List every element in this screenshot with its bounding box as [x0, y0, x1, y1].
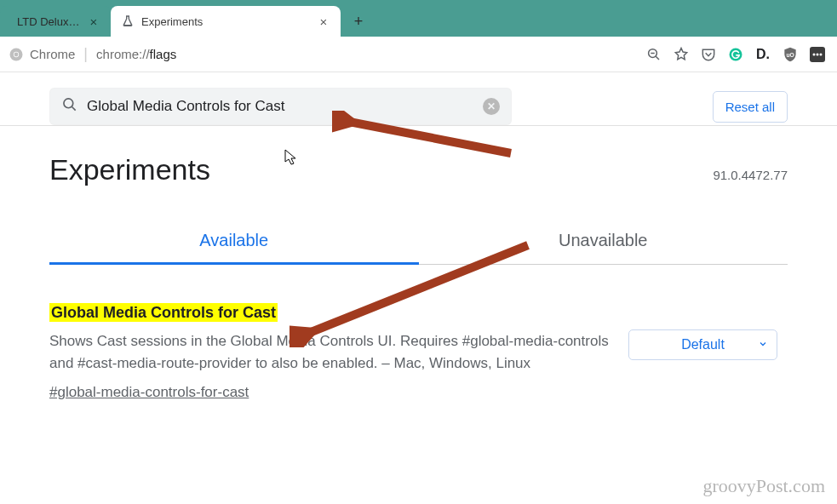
svg-point-9	[813, 53, 816, 55]
flag-description: Shows Cast sessions in the Global Media …	[49, 330, 611, 375]
svg-text:uO: uO	[786, 51, 794, 57]
main-content: Experiments 91.0.4472.77 Available Unava…	[0, 126, 837, 401]
search-icon	[61, 96, 78, 117]
svg-line-4	[656, 56, 659, 60]
flag-search-box[interactable]: ✕	[49, 88, 512, 125]
grammarly-icon[interactable]	[725, 43, 747, 66]
url-scheme: chrome://	[96, 47, 150, 61]
browser-tab-strip: LTD Deluxe EC × Experiments × +	[0, 0, 837, 37]
flag-state-value: Default	[681, 337, 725, 352]
flask-icon	[121, 14, 135, 28]
flag-entry: Global Media Controls for Cast Shows Cas…	[49, 304, 788, 401]
flag-title: Global Media Controls for Cast	[49, 303, 278, 322]
page-title: Experiments	[49, 153, 210, 186]
zoom-out-icon[interactable]	[643, 43, 665, 66]
svg-line-13	[72, 107, 76, 111]
address-bar: Chrome | chrome://flags D. uO	[0, 37, 837, 72]
search-panel: ✕ Reset all	[0, 72, 837, 126]
pocket-icon[interactable]	[697, 43, 719, 66]
browser-tab-active[interactable]: Experiments ×	[111, 6, 341, 37]
bookmark-star-icon[interactable]	[670, 43, 692, 66]
svg-point-11	[820, 53, 823, 55]
close-icon[interactable]: ×	[317, 14, 330, 28]
svg-point-2	[14, 52, 19, 56]
omnibox[interactable]: chrome://flags	[96, 47, 176, 62]
watermark: groovyPost.com	[702, 475, 825, 497]
browser-tab-inactive[interactable]: LTD Deluxe EC ×	[0, 6, 111, 37]
extension-menu-icon[interactable]	[806, 43, 828, 66]
chrome-label: Chrome	[30, 47, 75, 61]
ublock-icon[interactable]: uO	[779, 43, 801, 66]
flag-anchor-link[interactable]: #global-media-controls-for-cast	[49, 384, 611, 401]
url-path: flags	[150, 47, 177, 61]
tab-available[interactable]: Available	[49, 219, 419, 265]
close-icon[interactable]: ×	[87, 14, 100, 28]
new-tab-button[interactable]: +	[346, 9, 371, 34]
reset-all-button[interactable]: Reset all	[713, 91, 788, 123]
chevron-down-icon	[758, 337, 768, 352]
extension-d-icon[interactable]: D.	[752, 43, 774, 66]
flag-search-input[interactable]	[87, 98, 483, 115]
flag-state-select[interactable]: Default	[628, 329, 777, 360]
clear-search-icon[interactable]: ✕	[483, 98, 500, 115]
chrome-icon	[9, 47, 24, 62]
tab-title: LTD Deluxe EC	[17, 15, 80, 28]
svg-point-6	[730, 48, 742, 60]
svg-point-10	[817, 53, 819, 55]
svg-point-12	[64, 99, 73, 108]
chrome-version: 91.0.4472.77	[713, 168, 788, 182]
tab-unavailable[interactable]: Unavailable	[419, 219, 788, 264]
flag-tabs: Available Unavailable	[49, 219, 788, 265]
tab-title: Experiments	[141, 15, 310, 28]
separator: |	[83, 45, 88, 63]
